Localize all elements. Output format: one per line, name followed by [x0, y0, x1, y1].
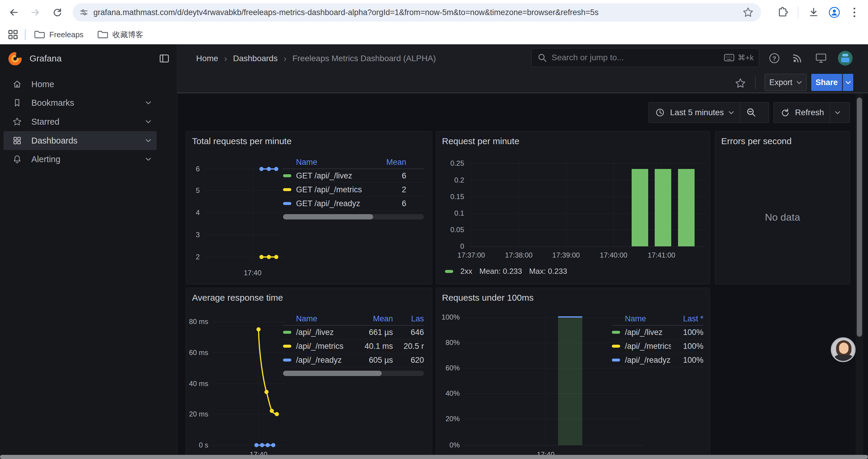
legend-row-readyz[interactable]: /api/_/readyz 605 µs 620: [283, 353, 424, 367]
browser-reload-button[interactable]: [49, 4, 66, 21]
y-tick: 40 ms: [186, 380, 208, 388]
panel-title[interactable]: Request per minute: [442, 136, 519, 146]
panel-average-response-time: Average response time 80 ms 60 ms 40 ms …: [186, 288, 432, 459]
share-dropdown-button[interactable]: [843, 74, 853, 91]
horizontal-scrollbar[interactable]: [0, 455, 868, 459]
legend-row-metrics[interactable]: /api/_/metrics 100%: [612, 339, 704, 353]
sidebar-item-starred[interactable]: Starred: [4, 112, 157, 131]
y-tick: 0.2: [436, 176, 464, 184]
puzzle-icon: [776, 6, 789, 19]
browser-profile-button[interactable]: [826, 4, 843, 21]
y-tick: 40%: [436, 389, 460, 398]
bookmark-star-icon[interactable]: [742, 6, 754, 18]
series-swatch-yellow[interactable]: [283, 345, 291, 348]
panel-title[interactable]: Requests under 100ms: [442, 293, 533, 303]
downloads-button[interactable]: [805, 4, 822, 21]
legend-header-name[interactable]: Name: [612, 314, 671, 323]
favorite-dashboard-button[interactable]: [735, 77, 746, 89]
legend-scrollbar[interactable]: [283, 214, 424, 220]
series-swatch-yellow[interactable]: [283, 188, 291, 191]
panel-title[interactable]: Total requests per minute: [192, 136, 291, 146]
browser-forward-button[interactable]: [27, 4, 44, 21]
sidebar-item-dashboards[interactable]: Dashboards: [4, 131, 157, 150]
breadcrumb-dashboards[interactable]: Dashboards: [233, 54, 278, 63]
panel-title[interactable]: Average response time: [192, 293, 283, 303]
panel-title[interactable]: Errors per second: [721, 136, 792, 146]
series-swatch-green[interactable]: [283, 331, 291, 334]
legend-header-mean[interactable]: Mean: [374, 158, 406, 167]
browser-back-button[interactable]: [5, 4, 22, 21]
series-swatch-blue[interactable]: [283, 202, 291, 205]
sidebar-item-home[interactable]: Home: [4, 75, 157, 94]
series-swatch-blue[interactable]: [283, 359, 291, 362]
legend-row-readyz[interactable]: GET /api/_/readyz 6: [283, 197, 424, 210]
user-avatar[interactable]: [838, 51, 852, 66]
refresh-icon: [780, 107, 790, 118]
y-tick: 0.25: [436, 159, 464, 167]
export-button[interactable]: Export: [765, 74, 807, 91]
legend-row-readyz[interactable]: /api/_/readyz 100%: [612, 353, 704, 367]
series-swatch-green[interactable]: [445, 270, 453, 273]
search-input[interactable]: [552, 53, 719, 62]
area-fill-100pct: [558, 317, 582, 445]
legend-row-livez[interactable]: GET /api/_/livez 6: [283, 169, 424, 183]
chevron-down-icon: [145, 101, 151, 104]
no-data-message: No data: [765, 211, 800, 223]
kiosk-mode-button[interactable]: [814, 52, 828, 65]
site-settings-icon[interactable]: [80, 8, 88, 17]
legend-series-name: /api/_/metrics: [296, 342, 361, 351]
search-bar[interactable]: ⌘+k: [531, 48, 759, 67]
address-bar[interactable]: grafana.mathmast.com/d/deytv4rwavabkb/fr…: [73, 3, 761, 22]
legend-header-mean[interactable]: Mean: [361, 314, 393, 323]
time-range-button[interactable]: Last 5 minutes: [649, 102, 740, 123]
legend-row-livez[interactable]: /api/_/livez 661 µs 646: [283, 326, 424, 339]
sidebar-item-bookmarks[interactable]: Bookmarks: [4, 93, 157, 112]
legend-series-name: /api/_/livez: [296, 328, 361, 337]
legend-header-name[interactable]: Name: [283, 158, 374, 167]
series-swatch-blue[interactable]: [612, 359, 620, 362]
legend-header-row: Name Mean Las: [283, 313, 424, 326]
sidebar-toggle-button[interactable]: [158, 53, 170, 64]
legend-header-name[interactable]: Name: [283, 314, 361, 323]
legend-row-metrics[interactable]: GET /api/_/metrics 2: [283, 183, 424, 197]
series-swatch-green[interactable]: [612, 331, 620, 334]
page-scrollbar-thumb[interactable]: [857, 97, 862, 337]
share-button[interactable]: Share: [811, 74, 842, 91]
help-icon: ?: [768, 52, 780, 64]
gridline: [469, 163, 704, 164]
sidebar-item-label: Bookmarks: [31, 98, 74, 108]
extensions-button[interactable]: [774, 4, 790, 21]
legend-series-name: GET /api/_/readyz: [296, 199, 374, 208]
legend-series-last: 100%: [671, 342, 704, 351]
grafana-logo-icon[interactable]: [8, 52, 22, 65]
assistant-avatar[interactable]: [831, 337, 856, 362]
bookmark-folder-blogs[interactable]: 收藏博客: [97, 29, 143, 40]
legend-scrollbar[interactable]: [283, 371, 424, 376]
zoom-out-time-button[interactable]: [740, 102, 763, 123]
legend-series-name[interactable]: 2xx: [460, 267, 472, 276]
legend-row-livez[interactable]: /api/_/livez 100%: [612, 326, 704, 339]
gridline: [212, 322, 285, 322]
news-button[interactable]: [790, 52, 804, 65]
series-swatch-yellow[interactable]: [612, 345, 620, 348]
legend-scrollbar-thumb[interactable]: [283, 214, 373, 220]
y-tick: 0.05: [436, 226, 464, 234]
legend-row-metrics[interactable]: /api/_/metrics 40.1 ms 20.5 r: [283, 339, 424, 353]
browser-menu-button[interactable]: [846, 4, 863, 21]
sidebar-item-alerting[interactable]: Alerting: [4, 150, 157, 169]
bar-2xx: [678, 169, 694, 246]
legend-scrollbar-thumb[interactable]: [283, 371, 382, 376]
legend-header-last[interactable]: Last *: [671, 314, 704, 323]
refresh-button[interactable]: Refresh: [774, 102, 830, 123]
breadcrumb-home[interactable]: Home: [196, 54, 218, 63]
bookmark-apps-button[interactable]: [7, 29, 19, 40]
series-swatch-green[interactable]: [283, 174, 291, 177]
bookmark-folder-freeleaps[interactable]: Freeleaps: [33, 29, 84, 40]
panel-requests-under-100ms: Requests under 100ms 100% 80% 60% 40% 20…: [436, 288, 710, 459]
x-tick: 17:38:00: [505, 251, 532, 259]
help-button[interactable]: ?: [768, 52, 781, 65]
kebab-menu-icon: [852, 6, 856, 19]
legend-header-last[interactable]: Las: [393, 314, 424, 323]
refresh-interval-dropdown[interactable]: [830, 102, 845, 123]
keyboard-icon: [723, 53, 735, 62]
